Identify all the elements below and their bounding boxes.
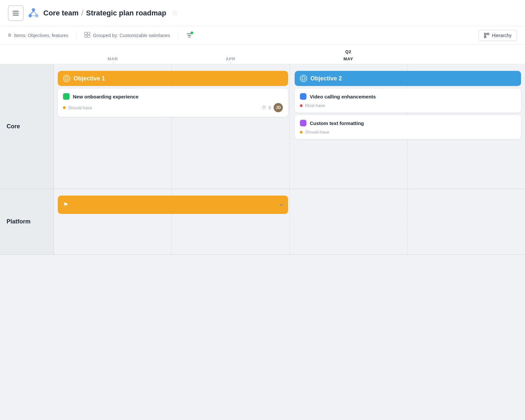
- priority-dot-video: [300, 104, 303, 107]
- toolbar-separator-1: [76, 32, 76, 39]
- feature-onboarding-color: [63, 93, 70, 100]
- meta-right-onboarding: ⏱ 8 JD: [262, 103, 283, 112]
- svg-line-4: [33, 11, 37, 14]
- hierarchy-icon: [484, 33, 489, 38]
- objective-1-icon: [63, 75, 70, 82]
- svg-rect-9: [88, 35, 90, 37]
- milestone-container: ⚑ ↔: [58, 196, 288, 214]
- milestone-resize-handle[interactable]: ↔: [279, 202, 284, 208]
- estimate-onboarding: 8: [269, 105, 271, 110]
- month-mar-label: MAR: [108, 56, 118, 61]
- feature-video-title: Video calling enhancements: [300, 93, 516, 100]
- svg-rect-7: [88, 32, 90, 34]
- platform-grid-col-4: [408, 189, 525, 254]
- breadcrumb: Core team / Strategic plan roadmap: [43, 9, 166, 18]
- header: Core team / Strategic plan roadmap ☆: [0, 0, 525, 26]
- items-filter[interactable]: ≡ Items: Objectives, features: [8, 32, 68, 39]
- quarter-label: Q2: [345, 49, 351, 54]
- platform-grid-col-3: [290, 189, 408, 254]
- hierarchy-button[interactable]: Hierarchy: [478, 30, 517, 41]
- svg-rect-11: [487, 33, 489, 35]
- menu-button[interactable]: [8, 5, 24, 21]
- feature-text-title: Custom text formatting: [300, 120, 516, 126]
- logo-icon: [28, 7, 39, 19]
- grouped-icon: [84, 32, 90, 39]
- breadcrumb-page[interactable]: Strategic plan roadmap: [86, 9, 166, 17]
- priority-label-text: Should-have: [305, 130, 329, 135]
- feature-video[interactable]: Video calling enhancements Must-have: [295, 89, 521, 113]
- svg-line-3: [30, 11, 33, 14]
- month-apr: APR: [172, 56, 289, 61]
- feature-onboarding-meta: Should-have ⏱ 8 JD: [63, 103, 283, 112]
- priority-dot-text: [300, 131, 303, 134]
- core-timeline-area: Objective 1 New onboarding experience Sh…: [54, 64, 525, 189]
- priority-dot-onboarding: [63, 106, 66, 109]
- month-apr-label: APR: [226, 56, 235, 61]
- toolbar: ≡ Items: Objectives, features Grouped by…: [0, 26, 525, 45]
- milestone-flag-icon: ⚑: [63, 201, 68, 208]
- priority-label-video: Must-have: [305, 103, 325, 108]
- timeline-header: MAR APR Q2 MAY: [0, 45, 525, 64]
- objective-2-header[interactable]: Objective 2: [295, 71, 521, 86]
- svg-rect-10: [484, 33, 486, 35]
- favorite-icon[interactable]: ☆: [172, 9, 178, 17]
- objective-1-block: Objective 1 New onboarding experience Sh…: [58, 71, 288, 117]
- items-label: Items: Objectives, features: [14, 33, 69, 38]
- svg-point-0: [32, 8, 35, 11]
- feature-text[interactable]: Custom text formatting Should-have: [295, 115, 521, 139]
- feature-text-meta: Should-have: [300, 130, 516, 135]
- feature-onboarding-title: New onboarding experience: [63, 93, 283, 100]
- clock-icon-onboarding: ⏱: [262, 105, 266, 110]
- filter-active-dot: [191, 32, 193, 34]
- grouped-filter[interactable]: Grouped by: Customizable swimlanes: [84, 32, 170, 39]
- objective-2-block: Objective 2 Video calling enhancements M…: [295, 71, 521, 139]
- swimlane-core-label: Core: [0, 64, 54, 189]
- breadcrumb-separator: /: [81, 9, 84, 18]
- swimlane-platform: Platform ⚑ ↔: [0, 189, 525, 255]
- items-icon: ≡: [8, 32, 11, 39]
- objective-2-icon: [300, 75, 307, 82]
- avatar-onboarding: JD: [274, 103, 283, 112]
- month-may-label: MAY: [344, 56, 353, 61]
- feature-video-color: [300, 93, 306, 100]
- objective-2-title: Objective 2: [310, 75, 342, 82]
- filter-button[interactable]: [186, 32, 193, 39]
- month-may: Q2 MAY: [289, 56, 407, 61]
- breadcrumb-team[interactable]: Core team: [43, 9, 79, 17]
- main-content: Core Objective 1 New: [0, 64, 525, 420]
- swimlane-core: Core Objective 1 New: [0, 64, 525, 189]
- grouped-label: Grouped by: Customizable swimlanes: [93, 33, 170, 38]
- toolbar-separator-2: [178, 32, 178, 39]
- swimlane-platform-label: Platform: [0, 189, 54, 254]
- hamburger-icon: [13, 11, 19, 15]
- feature-text-color: [300, 120, 306, 126]
- feature-onboarding[interactable]: New onboarding experience Should-have ⏱ …: [58, 89, 288, 117]
- svg-rect-6: [85, 32, 87, 34]
- platform-timeline-area: ⚑ ↔: [54, 189, 525, 254]
- objective-1-title: Objective 1: [74, 75, 105, 82]
- priority-label-onboarding: Should-have: [68, 105, 92, 110]
- objective-1-header[interactable]: Objective 1: [58, 71, 288, 86]
- svg-rect-8: [85, 35, 87, 37]
- feature-video-meta: Must-have: [300, 103, 516, 108]
- month-mar: MAR: [54, 56, 172, 61]
- milestone-bar[interactable]: ⚑ ↔: [58, 196, 288, 214]
- hierarchy-label: Hierarchy: [492, 33, 512, 38]
